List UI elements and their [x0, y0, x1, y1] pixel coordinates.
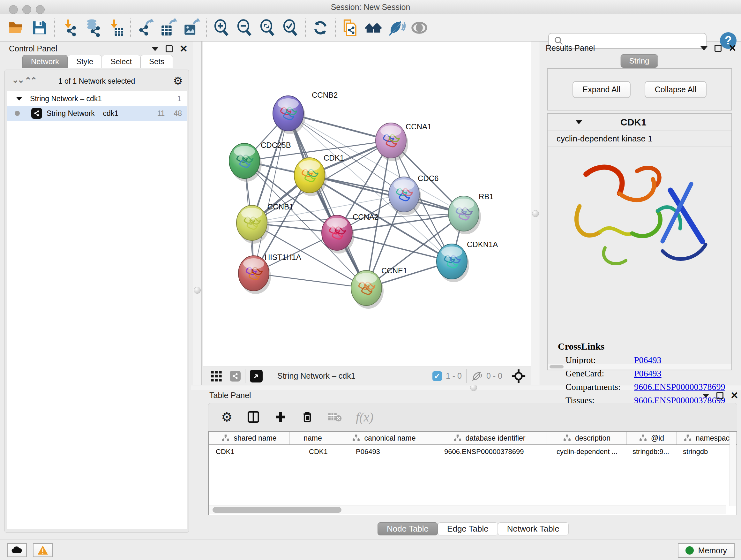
node-gloss — [278, 98, 299, 109]
tab-sets[interactable]: Sets — [140, 55, 173, 68]
column-header-shared-name[interactable]: shared name — [209, 432, 290, 444]
network-node-label: CDK1 — [324, 153, 344, 162]
show-glass-button[interactable] — [408, 17, 431, 38]
gene-card-header[interactable]: CDK1 — [548, 114, 731, 131]
add-column-icon[interactable] — [274, 411, 287, 423]
collapse-all-button[interactable]: Collapse All — [645, 81, 707, 98]
network-row[interactable]: String Network – cdk1 11 48 — [7, 106, 187, 121]
cloud-icon — [11, 546, 23, 554]
apply-layout-button[interactable] — [309, 17, 332, 38]
tab-node-table[interactable]: Node Table — [378, 522, 438, 536]
zoom-out-button[interactable] — [233, 17, 256, 38]
cell-name[interactable]: CDK1 — [290, 445, 336, 459]
tab-network-table[interactable]: Network Table — [498, 522, 569, 536]
gene-card: CDK1 cyclin-dependent kinase 1 — [547, 113, 732, 370]
gene-name: CDK1 — [620, 117, 647, 128]
column-header-description[interactable]: description — [547, 432, 627, 444]
column-header-canonical-name[interactable]: canonical name — [336, 432, 432, 444]
open-session-button[interactable] — [5, 17, 28, 38]
export-network-button[interactable] — [134, 17, 157, 38]
cell-shared-name[interactable]: CDK1 — [209, 445, 290, 459]
table-horizontal-scrollbar[interactable] — [209, 505, 726, 514]
toolbar-separator — [206, 18, 207, 37]
collection-expander-icon[interactable] — [16, 97, 22, 101]
save-session-button[interactable] — [28, 17, 51, 38]
zoom-in-icon — [212, 19, 230, 37]
network-options-gear-icon[interactable]: ⚙ — [173, 74, 183, 87]
network-view[interactable]: CCNB2CCNA1CDC25BCDK1CDC6RB1CCNB1CCNA2CDK… — [203, 42, 531, 367]
export-image-button[interactable] — [180, 17, 203, 38]
crosslink-label: GeneCard: — [565, 368, 634, 379]
selected-checkbox-icon[interactable]: ✓ — [432, 371, 442, 381]
show-columns-icon[interactable] — [247, 410, 260, 424]
table-vertical-scrollbar[interactable] — [730, 432, 736, 506]
right-splitter[interactable] — [531, 42, 540, 385]
export-table-button[interactable] — [157, 17, 180, 38]
import-network-from-database-button[interactable] — [81, 17, 104, 38]
panel-menu-icon[interactable] — [702, 394, 710, 398]
zoom-selected-button[interactable] — [279, 17, 302, 38]
zoom-fit-button[interactable] — [256, 17, 279, 38]
import-database-icon — [83, 18, 102, 37]
tab-select[interactable]: Select — [102, 55, 140, 68]
network-view-toolbar: String Network – cdk1 ✓ 1 - 0 0 - 0 — [203, 367, 531, 385]
import-network-button[interactable] — [58, 17, 81, 38]
string-home-button[interactable] — [362, 17, 385, 38]
birdseye-view-icon[interactable] — [511, 369, 526, 383]
column-header-namespace[interactable]: namespac — [677, 432, 737, 444]
network-node-label: CCNA2 — [353, 212, 379, 221]
panel-menu-icon[interactable] — [151, 47, 158, 51]
cell-description[interactable]: cyclin-dependent ... — [547, 445, 627, 459]
cell-canonical-name[interactable]: P06493 — [336, 445, 432, 459]
results-horizontal-scrollbar[interactable] — [548, 364, 731, 369]
node-table: shared name name canonical name database… — [208, 431, 737, 515]
table-row[interactable]: CDK1 CDK1 P06493 9606.ENSP00000378699 cy… — [209, 445, 737, 459]
cell-database-identifier[interactable]: 9606.ENSP00000378699 — [432, 445, 547, 459]
panel-close-icon[interactable]: ✕ — [731, 392, 738, 399]
memory-button[interactable]: Memory — [678, 543, 735, 558]
network-graph: CCNB2CCNA1CDC25BCDK1CDC6RB1CCNB1CCNA2CDK… — [203, 42, 531, 367]
open-folder-icon — [7, 18, 26, 37]
copy-network-style-button[interactable] — [339, 17, 362, 38]
grid-view-icon[interactable] — [210, 370, 223, 382]
panel-float-icon[interactable] — [165, 45, 173, 52]
column-header-database-identifier[interactable]: database identifier — [432, 432, 547, 444]
panel-float-icon[interactable] — [717, 392, 724, 399]
cloud-status-button[interactable] — [7, 543, 27, 557]
tab-string[interactable]: String — [621, 54, 658, 68]
hidden-eye-slash-icon — [471, 371, 483, 381]
column-header-id[interactable]: @id — [627, 432, 677, 444]
network-edge[interactable] — [254, 113, 288, 273]
network-share-icon — [31, 108, 42, 119]
warning-status-button[interactable] — [33, 543, 53, 557]
gene-expander-icon[interactable] — [576, 120, 582, 124]
cell-namespace[interactable]: stringdb — [677, 445, 737, 459]
table-panel-title: Table Panel — [209, 391, 251, 400]
panel-close-icon[interactable]: ✕ — [180, 45, 188, 52]
column-header-name[interactable]: name — [290, 432, 336, 444]
import-table-button[interactable] — [104, 17, 127, 38]
genecard-link[interactable]: P06493 — [634, 368, 662, 379]
network-node-label: CDC25B — [261, 141, 291, 149]
tab-style[interactable]: Style — [68, 55, 102, 68]
network-edge[interactable] — [288, 113, 366, 288]
detach-view-icon[interactable] — [250, 370, 263, 382]
hide-glass-button[interactable] — [385, 17, 408, 38]
node-gloss — [299, 160, 320, 171]
cell-id[interactable]: stringdb:9... — [627, 445, 677, 459]
panel-float-icon[interactable] — [715, 45, 722, 52]
tab-edge-table[interactable]: Edge Table — [438, 522, 498, 536]
expand-all-button[interactable]: Expand All — [572, 81, 630, 98]
import-table-icon — [107, 19, 125, 37]
network-share-view-icon[interactable] — [230, 371, 241, 381]
gene-description: cyclin-dependent kinase 1 — [548, 131, 731, 147]
zoom-in-button[interactable] — [210, 17, 233, 38]
panel-menu-icon[interactable] — [700, 46, 708, 51]
panel-close-icon[interactable]: ✕ — [729, 45, 737, 52]
left-splitter[interactable] — [193, 42, 202, 385]
table-options-gear-icon[interactable]: ⚙ — [221, 410, 232, 424]
expand-collapse-bar: Expand All Collapse All — [547, 68, 732, 111]
tab-network[interactable]: Network — [22, 55, 68, 68]
delete-column-icon[interactable] — [301, 411, 314, 423]
network-collection-row[interactable]: String Network – cdk1 1 — [7, 91, 187, 106]
